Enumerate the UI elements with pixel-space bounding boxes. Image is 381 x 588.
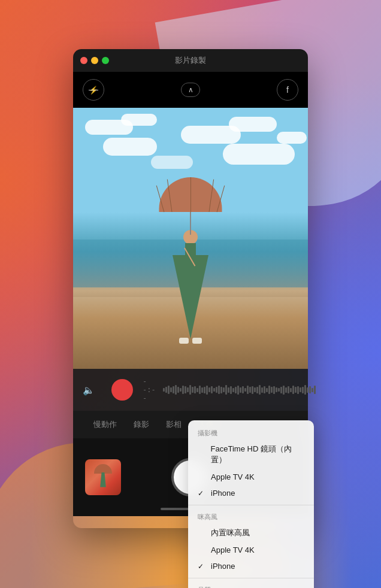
checkmark-iphone-camera: ✓ [198,489,206,498]
flash-icon: ⚡ [89,86,98,95]
font-icon: f [286,85,289,95]
title-bar: 影片錄製 [73,49,308,72]
top-toolbar: ⚡ ∧ f [73,72,308,108]
record-button[interactable] [111,379,133,401]
minimize-button[interactable] [91,57,98,64]
menu-item-iphone-mic[interactable]: ✓ iPhone [188,558,314,574]
flash-button[interactable]: ⚡ [83,79,104,101]
timer-display: --:-- [143,377,156,402]
last-photo-thumbnail[interactable] [85,459,121,495]
controls-bar: 🔈 --:-- [73,369,308,411]
tab-video[interactable]: 錄影 [125,411,158,438]
mic-section-header: 咪高風 [188,509,314,524]
person-feet [179,338,202,344]
person-dress [173,255,208,339]
camera-section-header: 攝影機 [188,425,314,440]
cloud-6 [103,138,157,156]
cloud-4 [229,117,277,132]
cloud-5 [223,144,295,165]
close-button[interactable] [80,57,87,64]
checkmark-iphone-mic: ✓ [198,562,206,571]
window-controls [80,57,109,64]
maximize-button[interactable] [102,57,109,64]
divider-1 [188,505,314,505]
tab-photo[interactable]: 影相 [158,411,190,438]
camera-view [73,108,308,369]
cloud-8 [277,132,307,144]
volume-icon: 🔈 [83,384,95,396]
menu-item-appletv-mic[interactable]: Apple TV 4K [188,542,314,558]
chevron-up-icon: ∧ [188,86,193,94]
main-window: 影片錄製 ⚡ ∧ f [73,49,308,528]
tab-slow-motion[interactable]: 慢動作 [85,411,125,438]
menu-item-iphone-camera[interactable]: ✓ iPhone [188,485,314,501]
cloud-7 [151,156,193,169]
chevron-button[interactable]: ∧ [181,83,200,97]
cloud-2 [121,114,157,126]
quality-section-header: 品質 [188,582,314,588]
menu-item-appletv-camera[interactable]: Apple TV 4K [188,469,314,485]
window-title: 影片錄製 [175,55,206,66]
divider-2 [188,578,314,578]
font-button[interactable]: f [277,79,298,101]
umbrella [159,177,222,212]
umbrella-handle [190,211,191,235]
menu-item-builtin-mic[interactable]: 內置咪高風 [188,524,314,542]
dropdown-menu: 攝影機 FaceTime HD 鏡頭（內置） Apple TV 4K ✓ iPh… [188,420,314,588]
waveform-display [163,384,316,396]
person [146,177,235,369]
menu-item-facetime[interactable]: FaceTime HD 鏡頭（內置） [188,440,314,469]
